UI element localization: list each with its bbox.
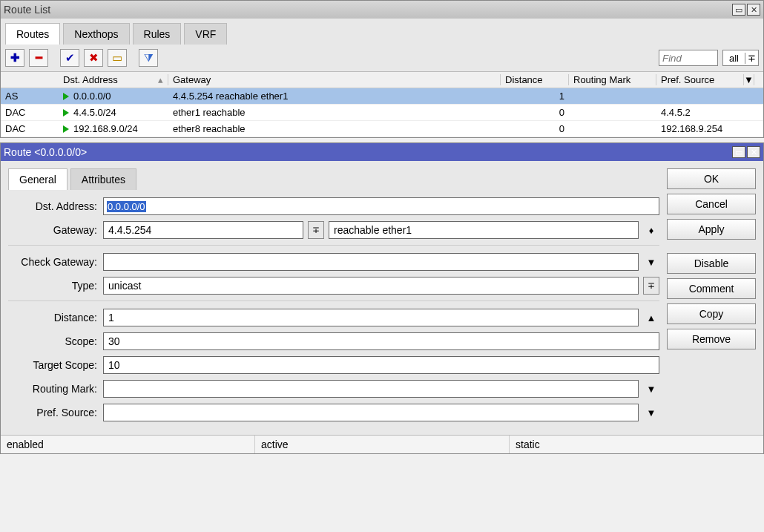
- copy-button[interactable]: Copy: [667, 303, 756, 324]
- scope-input[interactable]: [103, 332, 659, 350]
- route-list-titlebar: Route List ▭ ✕: [1, 1, 763, 19]
- route-detail-form: General Attributes Dst. Address: 0.0.0.0…: [8, 168, 659, 427]
- route-list-title: Route List: [4, 4, 50, 16]
- cell-distance: 1: [501, 91, 569, 102]
- routing-mark-expand-icon[interactable]: ▼: [643, 384, 659, 395]
- target-scope-input[interactable]: [103, 356, 659, 374]
- dst-address-input[interactable]: 0.0.0.0/0: [103, 197, 659, 215]
- active-route-icon: [63, 109, 69, 116]
- table-row[interactable]: AS0.0.0.0/04.4.5.254 reachable ether11: [1, 88, 763, 105]
- label-check-gateway: Check Gateway:: [8, 256, 103, 268]
- add-button[interactable]: ✚: [5, 49, 24, 67]
- label-routing-mark: Routing Mark:: [8, 383, 103, 395]
- col-gateway[interactable]: Gateway: [168, 74, 501, 85]
- filter-value: all: [723, 53, 745, 64]
- check-gateway-expand-icon[interactable]: ▼: [643, 257, 659, 268]
- route-detail-buttons: OK Cancel Apply Disable Comment Copy Rem…: [667, 168, 756, 427]
- close-button[interactable]: ✕: [747, 4, 760, 16]
- route-detail-body: General Attributes Dst. Address: 0.0.0.0…: [1, 161, 763, 435]
- label-scope: Scope:: [8, 335, 103, 347]
- label-distance: Distance:: [8, 312, 103, 324]
- type-dropdown-icon[interactable]: ∓: [643, 277, 659, 295]
- cell-distance: 0: [501, 123, 569, 134]
- cell-distance: 0: [501, 107, 569, 118]
- route-list-window: Route List ▭ ✕ Routes Nexthops Rules VRF…: [0, 0, 764, 138]
- gateway-input[interactable]: [103, 221, 303, 239]
- tab-routes[interactable]: Routes: [5, 23, 60, 45]
- cell-dst: 0.0.0.0/0: [59, 91, 168, 102]
- col-rmark[interactable]: Routing Mark: [569, 74, 656, 85]
- cell-psrc: 4.4.5.2: [656, 107, 744, 118]
- find-input[interactable]: [659, 50, 718, 66]
- check-gateway-input[interactable]: [103, 253, 639, 271]
- cell-gateway: ether8 reachable: [168, 123, 501, 134]
- route-list-toolbar: ✚ ━ ✔ ✖ ▭ ⧩ all ∓: [1, 45, 763, 71]
- route-detail-title: Route <0.0.0.0/0>: [4, 146, 87, 158]
- distance-input[interactable]: [103, 309, 639, 326]
- table-body: AS0.0.0.0/04.4.5.254 reachable ether11DA…: [1, 88, 763, 137]
- ok-button[interactable]: OK: [667, 168, 756, 189]
- dropdown-arrow-icon: ∓: [745, 53, 758, 64]
- pref-source-expand-icon[interactable]: ▼: [643, 407, 659, 418]
- remove-detail-button[interactable]: Remove: [667, 329, 756, 349]
- tab-nexthops[interactable]: Nexthops: [63, 23, 129, 45]
- route-table: Dst. Address▴ Gateway Distance Routing M…: [1, 71, 763, 137]
- route-detail-status: enabled active static: [1, 435, 763, 453]
- comment-detail-button[interactable]: Comment: [667, 278, 756, 299]
- pref-source-input[interactable]: [103, 404, 639, 421]
- tab-general[interactable]: General: [8, 168, 67, 190]
- table-header: Dst. Address▴ Gateway Distance Routing M…: [1, 72, 763, 88]
- disable-button[interactable]: Disable: [667, 253, 756, 274]
- active-route-icon: [63, 125, 69, 133]
- gateway-status: [329, 221, 639, 239]
- routing-mark-input[interactable]: [103, 380, 639, 398]
- cell-dst: 192.168.9.0/24: [59, 123, 168, 134]
- tab-vrf[interactable]: VRF: [184, 23, 227, 45]
- apply-button[interactable]: Apply: [667, 219, 756, 240]
- label-target-scope: Target Scope:: [8, 359, 103, 371]
- cell-gateway: 4.4.5.254 reachable ether1: [168, 91, 501, 102]
- cell-psrc: 192.168.9.254: [656, 123, 744, 134]
- cell-flags: DAC: [1, 123, 59, 134]
- route-detail-window: Route <0.0.0.0/0> ▭ ✕ General Attributes…: [0, 142, 764, 454]
- label-gateway: Gateway:: [8, 224, 103, 236]
- cell-dst: 4.4.5.0/24: [59, 107, 168, 118]
- minimize-button[interactable]: ▭: [732, 4, 745, 16]
- route-list-tabs: Routes Nexthops Rules VRF: [1, 19, 763, 45]
- remove-button[interactable]: ━: [29, 49, 48, 67]
- route-detail-tabs: General Attributes: [8, 168, 659, 190]
- disable-button[interactable]: ✖: [84, 49, 103, 67]
- col-psrc[interactable]: Pref. Source: [656, 74, 744, 85]
- label-pref-source: Pref. Source:: [8, 407, 103, 418]
- table-row[interactable]: DAC192.168.9.0/24ether8 reachable0192.16…: [1, 121, 763, 137]
- filter-dropdown[interactable]: all ∓: [722, 50, 759, 66]
- status-active: active: [255, 436, 510, 453]
- status-static: static: [510, 436, 763, 453]
- col-distance[interactable]: Distance: [501, 74, 569, 85]
- type-input[interactable]: [103, 277, 639, 295]
- detail-minimize-button[interactable]: ▭: [732, 146, 745, 158]
- detail-close-button[interactable]: ✕: [747, 146, 760, 158]
- col-dst[interactable]: Dst. Address▴: [59, 74, 168, 85]
- label-dst-address: Dst. Address:: [8, 200, 103, 212]
- tab-attributes[interactable]: Attributes: [70, 168, 136, 190]
- cell-flags: AS: [1, 91, 59, 102]
- tab-rules[interactable]: Rules: [133, 23, 182, 45]
- distance-collapse-icon[interactable]: ▲: [643, 312, 659, 324]
- filter-button[interactable]: ⧩: [139, 49, 158, 67]
- gateway-dropdown-icon[interactable]: ∓: [308, 221, 324, 239]
- route-detail-titlebar: Route <0.0.0.0/0> ▭ ✕: [1, 143, 763, 161]
- table-row[interactable]: DAC4.4.5.0/24ether1 reachable04.4.5.2: [1, 105, 763, 121]
- comment-button[interactable]: ▭: [108, 49, 127, 67]
- active-route-icon: [63, 93, 69, 100]
- cancel-button[interactable]: Cancel: [667, 194, 756, 214]
- enable-button[interactable]: ✔: [60, 49, 79, 67]
- label-type: Type:: [8, 280, 103, 292]
- cell-gateway: ether1 reachable: [168, 107, 501, 118]
- col-more[interactable]: ▼: [744, 74, 754, 85]
- status-enabled: enabled: [1, 436, 255, 453]
- cell-flags: DAC: [1, 107, 59, 118]
- gateway-add-icon[interactable]: ♦: [643, 225, 659, 236]
